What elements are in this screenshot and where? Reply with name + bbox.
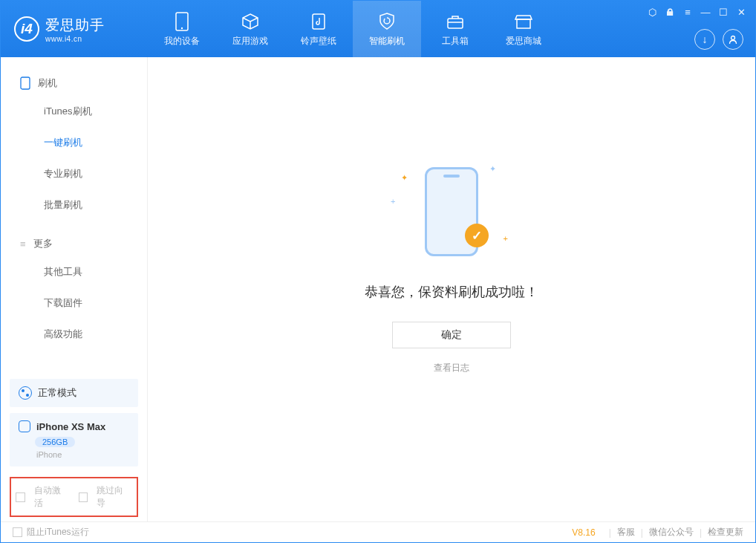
sidebar-item-other-tools[interactable]: 其他工具: [1, 256, 147, 287]
svg-rect-5: [517, 19, 530, 28]
sidebar: 刷机 iTunes刷机 一键刷机 专业刷机 批量刷机 ≡ 更多 其他工具 下载固…: [1, 57, 148, 521]
device-storage: 256GB: [35, 437, 75, 447]
toolbox-icon: [446, 11, 465, 32]
tab-label: 智能刷机: [369, 35, 405, 48]
footer-link-support[interactable]: 客服: [617, 526, 635, 539]
mode-label: 正常模式: [38, 386, 76, 400]
logo-area: i4 爱思助手 www.i4.cn: [1, 16, 148, 43]
logo-icon: i4: [14, 16, 39, 42]
svg-rect-2: [313, 14, 325, 29]
tab-label: 工具箱: [442, 35, 469, 48]
tab-flash[interactable]: 智能刷机: [353, 1, 421, 57]
list-icon: ≡: [20, 238, 26, 250]
mode-icon: [19, 386, 32, 400]
success-illustration: ✦ + ✦ + ✓: [385, 160, 518, 264]
tab-label: 应用游戏: [232, 35, 268, 48]
sidebar-group-flash: 刷机: [1, 71, 147, 96]
device-type: iPhone: [36, 450, 129, 459]
music-icon: [310, 11, 327, 32]
shirt-icon[interactable]: ⬡: [647, 7, 657, 17]
sidebar-item-pro-flash[interactable]: 专业刷机: [1, 158, 147, 189]
mode-box[interactable]: 正常模式: [10, 379, 138, 407]
checkbox-auto-activate[interactable]: [16, 492, 25, 502]
tab-label: 铃声壁纸: [301, 35, 336, 48]
checkbox-skip-guide[interactable]: [79, 492, 88, 502]
app-header: i4 爱思助手 www.i4.cn 我的设备 应用游戏 铃声壁纸 智能刷机 工具…: [1, 1, 755, 57]
menu-icon[interactable]: ≡: [682, 7, 693, 17]
sidebar-item-onekey-flash[interactable]: 一键刷机: [1, 127, 147, 158]
check-badge-icon: ✓: [465, 224, 489, 247]
svg-point-1: [181, 27, 183, 28]
sidebar-item-itunes-flash[interactable]: iTunes刷机: [1, 96, 147, 127]
lock-icon[interactable]: 🔒︎: [665, 7, 675, 17]
tab-apps-games[interactable]: 应用游戏: [216, 1, 284, 57]
sidebar-group-more: ≡ 更多: [1, 231, 147, 256]
window-controls: ⬡ 🔒︎ ≡ ― ☐ ✕: [647, 7, 746, 17]
checkbox-block-itunes[interactable]: [13, 527, 22, 537]
tab-my-device[interactable]: 我的设备: [148, 1, 216, 57]
shield-icon: [378, 11, 396, 32]
device-box[interactable]: iPhone XS Max 256GB iPhone: [10, 413, 138, 466]
footer-link-update[interactable]: 检查更新: [708, 526, 743, 539]
maximize-icon[interactable]: ☐: [718, 7, 729, 17]
sidebar-item-download-firmware[interactable]: 下载固件: [1, 287, 147, 319]
success-message: 恭喜您，保资料刷机成功啦！: [365, 283, 538, 301]
minimize-icon[interactable]: ―: [700, 7, 711, 17]
tab-toolbox[interactable]: 工具箱: [421, 1, 489, 57]
sidebar-item-advanced[interactable]: 高级功能: [1, 319, 147, 350]
app-site: www.i4.cn: [45, 35, 105, 43]
skip-guide-label: 跳过向导: [97, 484, 132, 510]
svg-rect-3: [448, 19, 463, 28]
device-icon: [175, 11, 189, 32]
ok-button[interactable]: 确定: [392, 322, 511, 348]
group-title: 更多: [33, 237, 53, 250]
sidebar-item-batch-flash[interactable]: 批量刷机: [1, 189, 147, 221]
svg-rect-7: [21, 77, 30, 89]
download-button[interactable]: ↓: [694, 29, 715, 50]
close-icon[interactable]: ✕: [736, 7, 746, 17]
tab-ringtones[interactable]: 铃声壁纸: [284, 1, 353, 57]
version-label: V8.16: [572, 527, 595, 538]
footer-link-wechat[interactable]: 微信公众号: [649, 526, 694, 539]
tab-store[interactable]: 爱思商城: [489, 1, 558, 57]
group-title: 刷机: [38, 77, 57, 90]
cube-icon: [241, 11, 260, 32]
footer: 阻止iTunes运行 V8.16 | 客服 | 微信公众号 | 检查更新: [1, 521, 755, 542]
block-itunes-label: 阻止iTunes运行: [27, 526, 89, 539]
phone-icon: [20, 77, 30, 90]
tab-label: 我的设备: [164, 35, 200, 48]
nav-tabs: 我的设备 应用游戏 铃声壁纸 智能刷机 工具箱 爱思商城: [148, 1, 558, 57]
app-name: 爱思助手: [45, 16, 105, 35]
device-name: iPhone XS Max: [36, 421, 105, 432]
store-icon: [514, 11, 533, 32]
device-icon: [19, 420, 30, 432]
main-content: ✦ + ✦ + ✓ 恭喜您，保资料刷机成功啦！ 确定 查看日志: [148, 57, 755, 521]
svg-point-6: [731, 36, 735, 40]
tab-label: 爱思商城: [506, 35, 541, 48]
auto-activate-label: 自动激活: [34, 484, 70, 510]
user-button[interactable]: [723, 29, 743, 50]
options-highlight-box: 自动激活 跳过向导: [10, 477, 138, 517]
view-log-link[interactable]: 查看日志: [434, 362, 469, 374]
